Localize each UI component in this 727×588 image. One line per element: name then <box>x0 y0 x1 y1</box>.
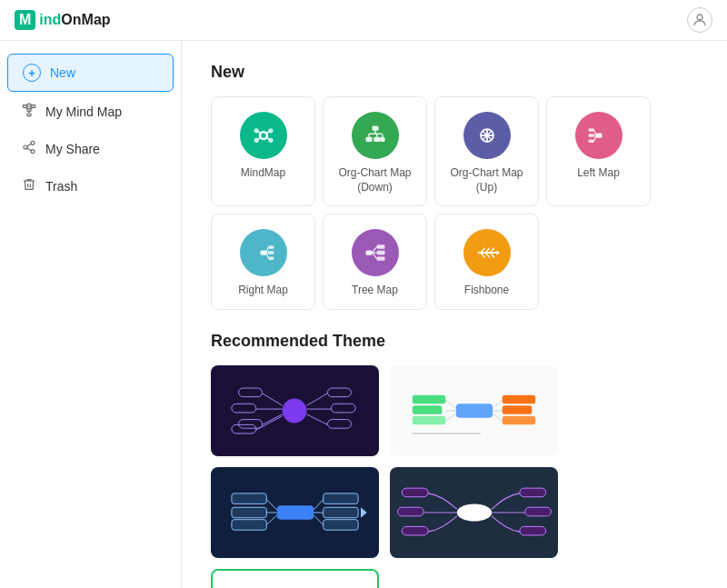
svg-point-18 <box>268 128 273 133</box>
svg-rect-52 <box>365 251 372 255</box>
main-content: New MindMap Org-Chart Map (Down) <box>182 41 727 588</box>
svg-rect-99 <box>277 505 314 519</box>
svg-rect-121 <box>214 571 376 588</box>
svg-rect-105 <box>324 519 358 530</box>
svg-rect-39 <box>588 128 593 132</box>
left-map-icon <box>575 112 622 159</box>
template-right-map[interactable]: Right Map <box>211 214 315 310</box>
svg-rect-107 <box>232 493 266 504</box>
template-left-map[interactable]: Left Map <box>546 96 651 206</box>
my-mind-map-icon <box>22 103 36 120</box>
svg-rect-46 <box>268 245 274 249</box>
svg-line-51 <box>266 254 268 258</box>
sidebar-item-label-mymindmap: My Mind Map <box>45 105 122 119</box>
sidebar-item-new[interactable]: + New <box>7 54 174 92</box>
svg-point-16 <box>254 128 258 133</box>
sidebar-item-my-mind-map[interactable]: My Mind Map <box>7 94 174 129</box>
sidebar-item-my-share[interactable]: My Share <box>7 131 174 166</box>
svg-rect-41 <box>588 139 593 143</box>
user-avatar[interactable] <box>687 7 712 33</box>
svg-rect-101 <box>324 493 358 504</box>
svg-rect-96 <box>413 416 445 425</box>
svg-line-12 <box>27 148 32 151</box>
svg-rect-88 <box>503 405 533 414</box>
template-tree-map[interactable]: Tree Map <box>323 214 427 310</box>
theme-card-3[interactable] <box>211 467 379 558</box>
logo[interactable]: M indOnMap <box>15 10 111 30</box>
sidebar-item-label-new: New <box>50 65 75 80</box>
svg-line-56 <box>372 247 376 254</box>
svg-line-6 <box>29 107 34 108</box>
my-share-icon <box>22 140 36 157</box>
svg-rect-55 <box>376 257 384 261</box>
theme-card-1[interactable] <box>211 365 379 456</box>
org-chart-down-label: Org-Chart Map (Down) <box>331 166 419 194</box>
svg-rect-40 <box>588 134 593 137</box>
sidebar-item-label-myshare: My Share <box>45 142 100 156</box>
svg-rect-1 <box>23 105 26 108</box>
svg-line-49 <box>266 247 268 252</box>
svg-point-17 <box>254 138 258 143</box>
header: M indOnMap <box>0 0 727 41</box>
svg-rect-90 <box>503 416 535 425</box>
app-layout: + New My Mind Map My Share Trash New <box>0 41 727 588</box>
svg-rect-119 <box>525 507 552 516</box>
logo-icon: M <box>15 10 35 30</box>
right-map-icon <box>240 229 287 276</box>
svg-rect-38 <box>595 133 602 137</box>
mindmap-label: MindMap <box>241 166 285 181</box>
mindmap-icon <box>240 112 287 159</box>
svg-rect-2 <box>27 104 31 106</box>
svg-rect-45 <box>260 251 266 255</box>
left-map-label: Left Map <box>577 166 620 181</box>
svg-line-5 <box>25 107 29 108</box>
theme-card-5[interactable] <box>211 569 379 588</box>
trash-icon <box>22 177 36 194</box>
tree-map-icon <box>352 229 399 276</box>
template-grid: MindMap Org-Chart Map (Down) Org-Chart M… <box>211 96 698 310</box>
svg-rect-120 <box>520 526 546 535</box>
svg-rect-4 <box>27 109 31 112</box>
svg-rect-27 <box>380 137 384 142</box>
template-mindmap[interactable]: MindMap <box>211 96 315 206</box>
svg-rect-3 <box>32 105 35 108</box>
svg-rect-26 <box>373 137 380 142</box>
svg-rect-118 <box>520 488 546 497</box>
svg-rect-117 <box>402 526 428 535</box>
svg-point-19 <box>268 138 273 143</box>
theme-card-2[interactable] <box>390 365 558 456</box>
svg-point-11 <box>31 150 35 154</box>
fishbone-label: Fishbone <box>464 284 509 298</box>
right-map-label: Right Map <box>238 284 288 298</box>
svg-point-10 <box>24 145 27 149</box>
sidebar: + New My Mind Map My Share Trash <box>0 41 182 588</box>
svg-marker-66 <box>496 251 500 255</box>
svg-rect-92 <box>413 395 445 404</box>
svg-rect-7 <box>27 114 31 116</box>
svg-rect-116 <box>398 507 424 516</box>
fishbone-icon <box>463 229 511 276</box>
svg-rect-24 <box>372 126 378 131</box>
sidebar-item-trash[interactable]: Trash <box>7 168 174 204</box>
org-chart-up-label: Org-Chart Map (Up) <box>443 166 531 194</box>
logo-text: indOnMap <box>39 12 110 28</box>
svg-line-44 <box>593 136 595 141</box>
svg-point-15 <box>261 133 265 137</box>
new-section-title: New <box>211 63 698 82</box>
template-org-chart-down[interactable]: Org-Chart Map (Down) <box>323 96 427 206</box>
template-fishbone[interactable]: Fishbone <box>434 214 539 310</box>
svg-rect-103 <box>324 507 358 518</box>
svg-rect-48 <box>268 257 274 261</box>
svg-point-114 <box>457 503 492 521</box>
svg-point-0 <box>697 15 702 20</box>
svg-rect-115 <box>402 488 428 497</box>
svg-rect-111 <box>232 519 266 530</box>
recommended-theme-title: Recommended Theme <box>211 332 698 351</box>
svg-line-58 <box>372 253 376 259</box>
template-org-chart-up[interactable]: Org-Chart Map (Up) <box>434 96 539 206</box>
theme-card-4[interactable] <box>390 467 558 558</box>
svg-rect-54 <box>376 251 384 254</box>
svg-rect-86 <box>503 395 535 404</box>
svg-rect-84 <box>456 404 493 417</box>
org-chart-up-icon <box>463 112 511 159</box>
